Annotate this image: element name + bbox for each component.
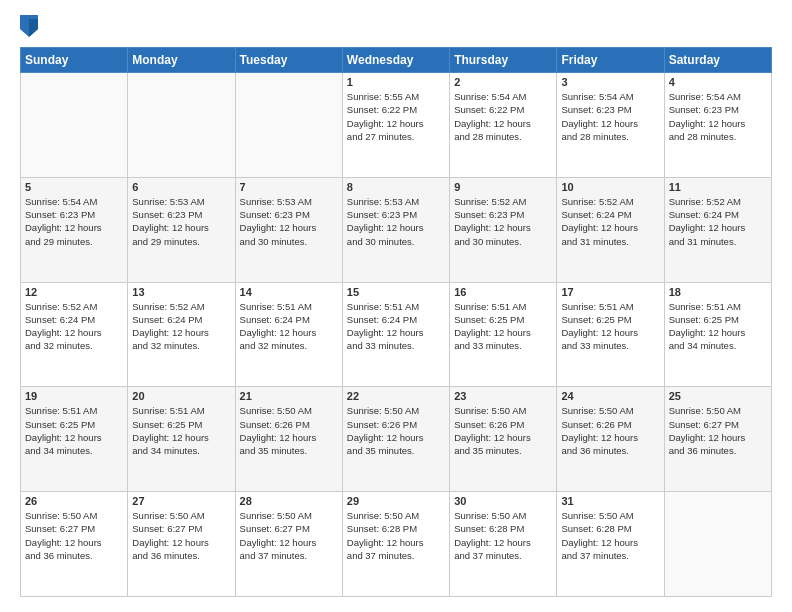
day-number: 10 xyxy=(561,181,659,193)
day-info: Sunrise: 5:52 AM Sunset: 6:24 PM Dayligh… xyxy=(132,300,230,353)
day-number: 3 xyxy=(561,76,659,88)
day-number: 2 xyxy=(454,76,552,88)
day-cell: 31Sunrise: 5:50 AM Sunset: 6:28 PM Dayli… xyxy=(557,492,664,597)
day-cell: 1Sunrise: 5:55 AM Sunset: 6:22 PM Daylig… xyxy=(342,73,449,178)
day-cell: 6Sunrise: 5:53 AM Sunset: 6:23 PM Daylig… xyxy=(128,177,235,282)
day-number: 24 xyxy=(561,390,659,402)
day-number: 31 xyxy=(561,495,659,507)
day-cell: 10Sunrise: 5:52 AM Sunset: 6:24 PM Dayli… xyxy=(557,177,664,282)
day-info: Sunrise: 5:51 AM Sunset: 6:24 PM Dayligh… xyxy=(347,300,445,353)
day-info: Sunrise: 5:50 AM Sunset: 6:26 PM Dayligh… xyxy=(240,404,338,457)
day-cell: 13Sunrise: 5:52 AM Sunset: 6:24 PM Dayli… xyxy=(128,282,235,387)
header-day-friday: Friday xyxy=(557,48,664,73)
day-cell: 19Sunrise: 5:51 AM Sunset: 6:25 PM Dayli… xyxy=(21,387,128,492)
header-day-wednesday: Wednesday xyxy=(342,48,449,73)
day-cell: 14Sunrise: 5:51 AM Sunset: 6:24 PM Dayli… xyxy=(235,282,342,387)
day-info: Sunrise: 5:50 AM Sunset: 6:28 PM Dayligh… xyxy=(454,509,552,562)
day-cell: 23Sunrise: 5:50 AM Sunset: 6:26 PM Dayli… xyxy=(450,387,557,492)
day-cell: 11Sunrise: 5:52 AM Sunset: 6:24 PM Dayli… xyxy=(664,177,771,282)
header xyxy=(20,15,772,37)
day-info: Sunrise: 5:53 AM Sunset: 6:23 PM Dayligh… xyxy=(347,195,445,248)
day-cell: 22Sunrise: 5:50 AM Sunset: 6:26 PM Dayli… xyxy=(342,387,449,492)
day-info: Sunrise: 5:50 AM Sunset: 6:26 PM Dayligh… xyxy=(347,404,445,457)
day-cell: 27Sunrise: 5:50 AM Sunset: 6:27 PM Dayli… xyxy=(128,492,235,597)
day-number: 6 xyxy=(132,181,230,193)
day-number: 28 xyxy=(240,495,338,507)
day-info: Sunrise: 5:50 AM Sunset: 6:27 PM Dayligh… xyxy=(240,509,338,562)
day-info: Sunrise: 5:51 AM Sunset: 6:25 PM Dayligh… xyxy=(132,404,230,457)
day-info: Sunrise: 5:50 AM Sunset: 6:26 PM Dayligh… xyxy=(454,404,552,457)
day-cell: 2Sunrise: 5:54 AM Sunset: 6:22 PM Daylig… xyxy=(450,73,557,178)
week-row-1: 1Sunrise: 5:55 AM Sunset: 6:22 PM Daylig… xyxy=(21,73,772,178)
day-info: Sunrise: 5:50 AM Sunset: 6:27 PM Dayligh… xyxy=(669,404,767,457)
day-number: 12 xyxy=(25,286,123,298)
day-number: 25 xyxy=(669,390,767,402)
day-cell xyxy=(235,73,342,178)
header-day-monday: Monday xyxy=(128,48,235,73)
day-number: 4 xyxy=(669,76,767,88)
day-number: 29 xyxy=(347,495,445,507)
day-number: 20 xyxy=(132,390,230,402)
day-cell: 9Sunrise: 5:52 AM Sunset: 6:23 PM Daylig… xyxy=(450,177,557,282)
week-row-4: 19Sunrise: 5:51 AM Sunset: 6:25 PM Dayli… xyxy=(21,387,772,492)
calendar: SundayMondayTuesdayWednesdayThursdayFrid… xyxy=(20,47,772,597)
header-day-sunday: Sunday xyxy=(21,48,128,73)
day-info: Sunrise: 5:55 AM Sunset: 6:22 PM Dayligh… xyxy=(347,90,445,143)
day-info: Sunrise: 5:53 AM Sunset: 6:23 PM Dayligh… xyxy=(240,195,338,248)
week-row-3: 12Sunrise: 5:52 AM Sunset: 6:24 PM Dayli… xyxy=(21,282,772,387)
day-info: Sunrise: 5:51 AM Sunset: 6:25 PM Dayligh… xyxy=(669,300,767,353)
day-info: Sunrise: 5:50 AM Sunset: 6:28 PM Dayligh… xyxy=(347,509,445,562)
day-info: Sunrise: 5:52 AM Sunset: 6:24 PM Dayligh… xyxy=(669,195,767,248)
day-number: 26 xyxy=(25,495,123,507)
day-cell xyxy=(21,73,128,178)
day-cell: 17Sunrise: 5:51 AM Sunset: 6:25 PM Dayli… xyxy=(557,282,664,387)
day-info: Sunrise: 5:52 AM Sunset: 6:24 PM Dayligh… xyxy=(25,300,123,353)
day-number: 13 xyxy=(132,286,230,298)
header-row: SundayMondayTuesdayWednesdayThursdayFrid… xyxy=(21,48,772,73)
svg-marker-1 xyxy=(29,19,38,37)
day-number: 9 xyxy=(454,181,552,193)
day-number: 22 xyxy=(347,390,445,402)
day-info: Sunrise: 5:52 AM Sunset: 6:24 PM Dayligh… xyxy=(561,195,659,248)
day-info: Sunrise: 5:50 AM Sunset: 6:27 PM Dayligh… xyxy=(132,509,230,562)
day-cell: 8Sunrise: 5:53 AM Sunset: 6:23 PM Daylig… xyxy=(342,177,449,282)
day-info: Sunrise: 5:51 AM Sunset: 6:24 PM Dayligh… xyxy=(240,300,338,353)
day-info: Sunrise: 5:52 AM Sunset: 6:23 PM Dayligh… xyxy=(454,195,552,248)
day-cell: 26Sunrise: 5:50 AM Sunset: 6:27 PM Dayli… xyxy=(21,492,128,597)
day-cell: 21Sunrise: 5:50 AM Sunset: 6:26 PM Dayli… xyxy=(235,387,342,492)
day-cell: 25Sunrise: 5:50 AM Sunset: 6:27 PM Dayli… xyxy=(664,387,771,492)
day-info: Sunrise: 5:51 AM Sunset: 6:25 PM Dayligh… xyxy=(561,300,659,353)
day-number: 16 xyxy=(454,286,552,298)
day-info: Sunrise: 5:54 AM Sunset: 6:22 PM Dayligh… xyxy=(454,90,552,143)
day-cell: 30Sunrise: 5:50 AM Sunset: 6:28 PM Dayli… xyxy=(450,492,557,597)
day-info: Sunrise: 5:54 AM Sunset: 6:23 PM Dayligh… xyxy=(25,195,123,248)
day-number: 18 xyxy=(669,286,767,298)
day-info: Sunrise: 5:50 AM Sunset: 6:27 PM Dayligh… xyxy=(25,509,123,562)
day-number: 11 xyxy=(669,181,767,193)
day-info: Sunrise: 5:50 AM Sunset: 6:26 PM Dayligh… xyxy=(561,404,659,457)
day-number: 21 xyxy=(240,390,338,402)
day-cell xyxy=(128,73,235,178)
day-number: 30 xyxy=(454,495,552,507)
day-cell: 4Sunrise: 5:54 AM Sunset: 6:23 PM Daylig… xyxy=(664,73,771,178)
day-cell: 7Sunrise: 5:53 AM Sunset: 6:23 PM Daylig… xyxy=(235,177,342,282)
day-info: Sunrise: 5:54 AM Sunset: 6:23 PM Dayligh… xyxy=(669,90,767,143)
page: SundayMondayTuesdayWednesdayThursdayFrid… xyxy=(0,0,792,612)
day-info: Sunrise: 5:51 AM Sunset: 6:25 PM Dayligh… xyxy=(454,300,552,353)
day-number: 23 xyxy=(454,390,552,402)
header-day-tuesday: Tuesday xyxy=(235,48,342,73)
day-info: Sunrise: 5:53 AM Sunset: 6:23 PM Dayligh… xyxy=(132,195,230,248)
day-cell: 5Sunrise: 5:54 AM Sunset: 6:23 PM Daylig… xyxy=(21,177,128,282)
week-row-5: 26Sunrise: 5:50 AM Sunset: 6:27 PM Dayli… xyxy=(21,492,772,597)
day-cell: 18Sunrise: 5:51 AM Sunset: 6:25 PM Dayli… xyxy=(664,282,771,387)
day-cell: 28Sunrise: 5:50 AM Sunset: 6:27 PM Dayli… xyxy=(235,492,342,597)
day-number: 5 xyxy=(25,181,123,193)
logo-icon xyxy=(20,15,38,37)
day-cell: 3Sunrise: 5:54 AM Sunset: 6:23 PM Daylig… xyxy=(557,73,664,178)
day-info: Sunrise: 5:54 AM Sunset: 6:23 PM Dayligh… xyxy=(561,90,659,143)
day-number: 14 xyxy=(240,286,338,298)
logo xyxy=(20,15,40,37)
day-number: 15 xyxy=(347,286,445,298)
day-info: Sunrise: 5:50 AM Sunset: 6:28 PM Dayligh… xyxy=(561,509,659,562)
day-number: 1 xyxy=(347,76,445,88)
